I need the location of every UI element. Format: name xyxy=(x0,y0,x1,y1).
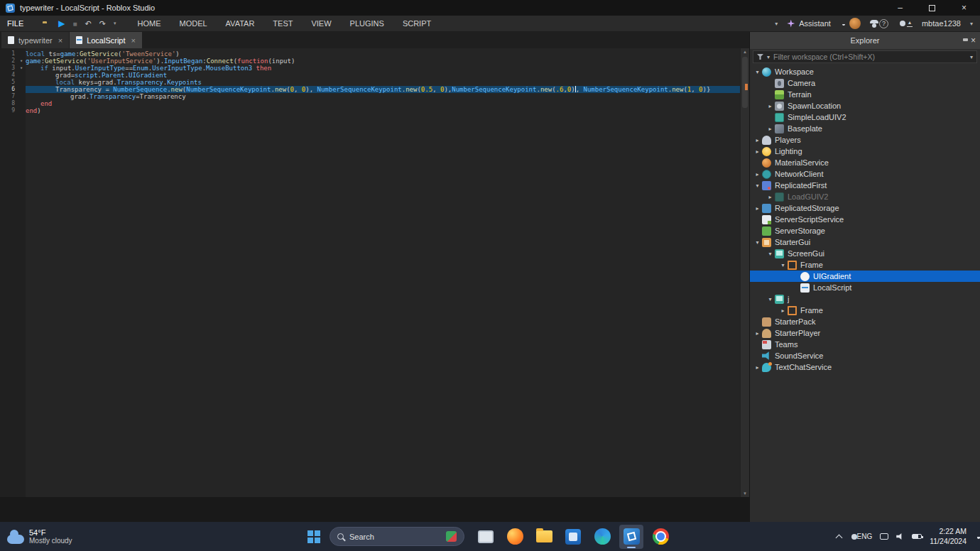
expand-arrow-icon[interactable]: ▸ xyxy=(753,205,762,212)
taskbar-app-window[interactable] xyxy=(474,525,498,549)
start-button[interactable] xyxy=(307,530,320,543)
fold-arrow-icon[interactable]: ▾ xyxy=(17,58,26,65)
close-panel-button[interactable]: × xyxy=(971,36,976,45)
minimize-button[interactable]: – xyxy=(884,0,916,16)
explorer-item-frame[interactable]: ▸Frame xyxy=(750,305,980,316)
scroll-up-icon[interactable]: ▴ xyxy=(741,49,749,55)
expand-arrow-icon[interactable]: ▾ xyxy=(778,262,788,268)
scroll-down-icon[interactable]: ▾ xyxy=(741,491,749,496)
explorer-item-lighting[interactable]: ▸Lighting xyxy=(750,146,980,157)
code-line-7[interactable]: 7grad.Transparency=Transparency xyxy=(0,93,749,100)
undo-history-chevron-icon[interactable]: ▾ xyxy=(114,21,116,26)
expand-arrow-icon[interactable]: ▸ xyxy=(753,148,762,155)
doc-tab-localscript[interactable]: LocalScript× xyxy=(70,32,142,48)
ribbon-tab-view[interactable]: VIEW xyxy=(311,19,331,28)
explorer-item-starterplayer[interactable]: ▸StarterPlayer xyxy=(750,327,980,339)
expand-arrow-icon[interactable]: ▸ xyxy=(753,137,762,143)
weather-widget[interactable]: 54°F Mostly cloudy xyxy=(7,528,72,545)
clock[interactable]: 2:22 AM 11/24/2024 xyxy=(930,527,967,546)
maximize-button[interactable] xyxy=(916,0,948,16)
expand-arrow-icon[interactable]: ▸ xyxy=(753,364,762,371)
explorer-item-soundservice[interactable]: SoundService xyxy=(750,350,980,361)
fold-arrow-icon[interactable]: ▾ xyxy=(17,65,26,72)
explorer-item-uigradient[interactable]: UIGradient xyxy=(750,271,980,282)
explorer-item-textchatservice[interactable]: ▸TextChatService xyxy=(750,361,980,373)
account-chevron-down-icon[interactable]: ▾ xyxy=(970,21,973,27)
expand-arrow-icon[interactable]: ▸ xyxy=(753,171,762,178)
scrollbar-thumb[interactable] xyxy=(742,57,748,108)
explorer-item-loadguiv2[interactable]: ▸LoadGUIV2 xyxy=(750,191,980,202)
code-line-6[interactable]: 6Transparency = NumberSequence.new(Numbe… xyxy=(0,86,749,93)
code-line-8[interactable]: 8end xyxy=(0,100,749,107)
expand-arrow-icon[interactable]: ▾ xyxy=(766,296,775,302)
taskbar-app-roblox-studio[interactable] xyxy=(619,525,643,549)
explorer-item-starterpack[interactable]: StarterPack xyxy=(750,316,980,327)
username[interactable]: mbtae1238 xyxy=(922,19,961,28)
explorer-item-localscript[interactable]: LocalScript xyxy=(750,282,980,293)
undo-button[interactable]: ↶ xyxy=(85,19,92,28)
explorer-item-players[interactable]: ▸Players xyxy=(750,134,980,146)
collapse-ribbon-chevron-icon[interactable]: ▾ xyxy=(775,21,778,27)
explorer-item-serverscriptservice[interactable]: ServerScriptService xyxy=(750,214,980,225)
explorer-item-serverstorage[interactable]: ServerStorage xyxy=(750,225,980,236)
explorer-item-terrain[interactable]: Terrain xyxy=(750,89,980,100)
expand-arrow-icon[interactable]: ▾ xyxy=(753,69,762,75)
doc-tab-typewriter[interactable]: typewriter× xyxy=(1,32,69,48)
code-line-2[interactable]: 2▾game:GetService('UserInputService').In… xyxy=(0,58,749,65)
code-line-1[interactable]: 1local ts=game:GetService('TweenService'… xyxy=(0,50,749,58)
close-tab-icon[interactable]: × xyxy=(58,36,62,45)
volume-icon[interactable] xyxy=(896,533,904,540)
ribbon-tab-avatar[interactable]: AVATAR xyxy=(226,19,255,28)
expand-arrow-icon[interactable]: ▾ xyxy=(766,251,775,257)
network-icon[interactable] xyxy=(880,533,888,540)
explorer-item-workspace[interactable]: ▾Workspace xyxy=(750,66,980,77)
help-button[interactable]: ? xyxy=(879,19,888,28)
expand-arrow-icon[interactable]: ▾ xyxy=(753,239,762,246)
explorer-item-startergui[interactable]: ▾StarterGui xyxy=(750,236,980,248)
expand-arrow-icon[interactable]: ▸ xyxy=(766,103,775,109)
language-indicator[interactable]: ENG xyxy=(857,533,873,540)
expand-arrow-icon[interactable]: ▸ xyxy=(766,126,775,132)
ribbon-tab-home[interactable]: HOME xyxy=(137,19,160,28)
stop-button[interactable]: ■ xyxy=(72,20,77,28)
hidden-icons-chevron-icon[interactable] xyxy=(835,535,842,542)
ribbon-tab-script[interactable]: SCRIPT xyxy=(403,19,431,28)
filter-dropdown-chevron-icon[interactable]: ▾ xyxy=(970,54,973,60)
play-button[interactable]: ▶ xyxy=(58,18,65,28)
code-line-5[interactable]: 5local keys=grad.Transparency.Keypoints xyxy=(0,79,749,86)
explorer-item-simpleloaduiv2[interactable]: SimpleLoadUIV2 xyxy=(750,111,980,123)
ribbon-tab-plugins[interactable]: PLUGINS xyxy=(350,19,384,28)
expand-arrow-icon[interactable]: ▾ xyxy=(753,182,762,189)
explorer-item-frame[interactable]: ▾Frame xyxy=(750,259,980,271)
redo-button[interactable]: ↷ xyxy=(99,19,106,28)
taskbar-app-chrome[interactable] xyxy=(648,525,673,549)
share-button[interactable]: ▴ xyxy=(907,20,913,27)
code-line-3[interactable]: 3▾if input.UserInputType==Enum.UserInput… xyxy=(0,65,749,72)
assistant-button[interactable]: Assistant xyxy=(787,19,831,28)
explorer-item-materialservice[interactable]: MaterialService xyxy=(750,157,980,168)
user-avatar[interactable] xyxy=(849,18,861,29)
close-tab-icon[interactable]: × xyxy=(131,36,136,45)
expand-arrow-icon[interactable]: ▸ xyxy=(753,330,762,337)
expand-arrow-icon[interactable]: ▸ xyxy=(778,307,788,314)
code-line-4[interactable]: 4grad=script.Parent.UIGradient xyxy=(0,72,749,79)
expand-arrow-icon[interactable]: ▸ xyxy=(766,194,775,200)
code-line-9[interactable]: 9end) xyxy=(0,107,749,114)
taskbar-search-box[interactable]: Search xyxy=(330,527,464,546)
taskbar-app-firefox[interactable] xyxy=(503,525,527,549)
script-editor[interactable]: 1local ts=game:GetService('TweenService'… xyxy=(0,48,749,497)
explorer-item-j[interactable]: ▾j xyxy=(750,293,980,305)
explorer-item-teams[interactable]: Teams xyxy=(750,339,980,350)
filter-workspace-input[interactable] xyxy=(773,53,967,61)
ribbon-tab-model[interactable]: MODEL xyxy=(179,19,207,28)
explorer-item-baseplate[interactable]: ▸Baseplate xyxy=(750,123,980,134)
explorer-item-replicatedfirst[interactable]: ▾ReplicatedFirst xyxy=(750,180,980,191)
taskbar-app-outlook[interactable] xyxy=(561,525,585,549)
explorer-item-replicatedstorage[interactable]: ▸ReplicatedStorage xyxy=(750,202,980,214)
filter-options-chevron-icon[interactable]: ▾ xyxy=(767,54,770,60)
explorer-item-spawnlocation[interactable]: ▸SpawnLocation xyxy=(750,100,980,111)
explorer-item-networkclient[interactable]: ▸NetworkClient xyxy=(750,168,980,180)
explorer-item-camera[interactable]: Camera xyxy=(750,77,980,89)
ribbon-tab-test[interactable]: TEST xyxy=(273,19,293,28)
battery-icon[interactable] xyxy=(912,534,922,539)
